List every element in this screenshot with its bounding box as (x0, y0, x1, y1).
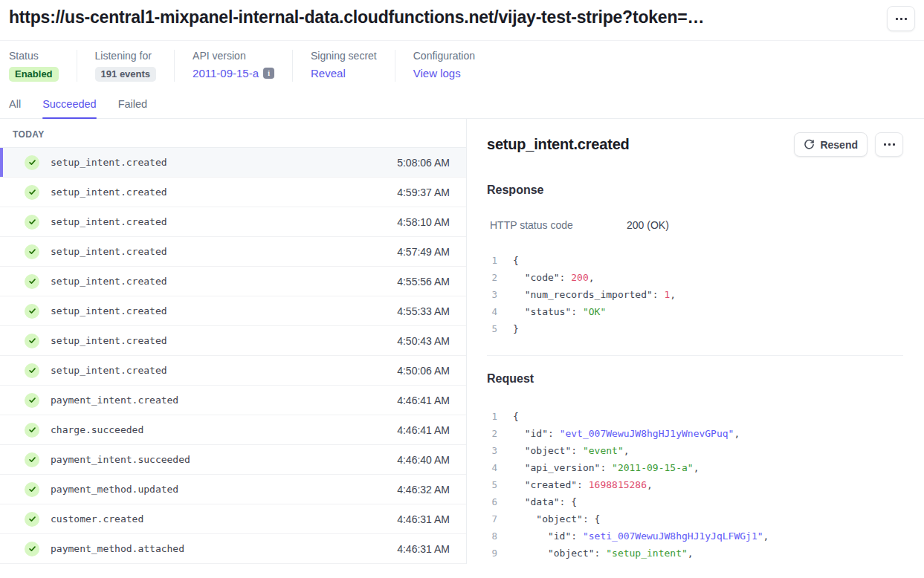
code-text: "id": "seti_007WewuJW8hgHJ1yJqLFWGj1", (513, 530, 769, 542)
code-line: 9 "object": "setup_intent", (487, 545, 903, 562)
code-line: 1{ (487, 408, 903, 425)
list-group-header: TODAY (0, 119, 466, 148)
event-list-row[interactable]: charge.succeeded4:46:41 AM (0, 415, 466, 445)
code-line: 2 "code": 200, (487, 269, 903, 286)
stat-api-version: API version 2011-09-15-a i (193, 50, 293, 82)
page-header: https://us-central1-mixpanel-internal-da… (0, 0, 924, 41)
code-line: 4 "api_version": "2011-09-15-a", (487, 459, 903, 476)
event-time: 4:46:41 AM (397, 394, 450, 406)
tab-succeeded[interactable]: Succeeded (42, 98, 97, 118)
code-line: 4 "status": "OK" (487, 303, 903, 320)
info-icon: i (263, 68, 274, 79)
event-name: setup_intent.created (51, 186, 167, 198)
code-text: "api_version": "2011-09-15-a", (513, 462, 699, 473)
code-text: "object": "setup_intent", (513, 548, 694, 559)
event-list-row[interactable]: setup_intent.created4:50:06 AM (0, 356, 466, 386)
code-text: "code": 200, (513, 272, 595, 283)
code-line: 1{ (487, 252, 903, 269)
code-line: 3 "object": "event", (487, 442, 903, 459)
event-list-row[interactable]: payment_method.attached4:46:31 AM (0, 534, 466, 564)
detail-header: setup_intent.created Resend (487, 119, 903, 157)
resend-button[interactable]: Resend (794, 132, 868, 157)
event-name: setup_intent.created (51, 157, 167, 168)
detail-more-button[interactable] (875, 132, 903, 157)
code-text: "object": { (513, 513, 600, 525)
event-name: customer.created (51, 513, 143, 525)
event-list-row[interactable]: payment_method.updated4:46:32 AM (0, 475, 466, 504)
section-divider (487, 355, 903, 356)
event-name: setup_intent.created (51, 216, 167, 227)
line-number: 4 (487, 462, 497, 473)
response-section-heading: Response (487, 184, 903, 197)
event-list-row[interactable]: setup_intent.created4:50:43 AM (0, 326, 466, 356)
http-status-label: HTTP status code (490, 219, 627, 231)
event-name: payment_method.updated (51, 484, 178, 495)
event-time: 4:46:32 AM (397, 484, 450, 496)
code-line: 7 "object": { (487, 510, 903, 527)
reveal-secret-link[interactable]: Reveal (311, 67, 346, 79)
success-check-icon (25, 512, 39, 527)
success-check-icon (25, 215, 39, 230)
header-more-button[interactable] (887, 6, 915, 31)
event-time: 4:50:06 AM (397, 365, 450, 377)
event-detail-title: setup_intent.created (487, 136, 630, 153)
api-version-link[interactable]: 2011-09-15-a (193, 67, 259, 79)
event-time: 4:50:43 AM (397, 335, 450, 347)
event-list-row[interactable]: setup_intent.created4:55:56 AM (0, 267, 466, 296)
success-check-icon (25, 304, 39, 319)
event-list-row[interactable]: setup_intent.created4:55:33 AM (0, 296, 466, 326)
event-name: payment_intent.created (51, 394, 178, 406)
stat-status: Status Enabled (9, 50, 77, 82)
line-number: 5 (487, 479, 497, 490)
code-text: { (513, 411, 519, 422)
ellipsis-icon (896, 18, 907, 20)
event-time: 4:46:41 AM (397, 424, 450, 436)
event-name: setup_intent.created (51, 365, 167, 376)
line-number: 1 (487, 255, 497, 266)
code-text: "data": { (513, 496, 577, 507)
success-check-icon (25, 393, 39, 408)
event-list-row[interactable]: setup_intent.created4:57:49 AM (0, 237, 466, 267)
tab-all[interactable]: All (9, 98, 21, 118)
line-number: 4 (487, 306, 497, 317)
code-text: "object": "event", (513, 445, 630, 456)
event-list-row[interactable]: customer.created4:46:31 AM (0, 504, 466, 534)
code-line: 2 "id": "evt_007WewuJW8hgHJ1yWnevGPuq", (487, 425, 903, 442)
event-time: 4:55:33 AM (397, 305, 450, 317)
event-list-row[interactable]: payment_intent.created4:46:41 AM (0, 386, 466, 415)
resend-refresh-icon (804, 139, 815, 150)
ellipsis-icon (884, 143, 895, 146)
success-check-icon (25, 274, 39, 289)
success-check-icon (25, 334, 39, 348)
success-check-icon (25, 452, 39, 467)
view-logs-link[interactable]: View logs (413, 67, 461, 79)
line-number: 2 (487, 428, 497, 439)
endpoint-url-title: https://us-central1-mixpanel-internal-da… (9, 6, 704, 27)
event-list-row[interactable]: setup_intent.created5:08:06 AM (0, 148, 466, 178)
stat-status-label: Status (9, 50, 59, 62)
code-line: 5 "created": 1698815286, (487, 476, 903, 493)
event-filter-tabs: All Succeeded Failed (0, 82, 924, 119)
stat-api-version-label: API version (193, 50, 274, 62)
event-list-row[interactable]: setup_intent.created4:58:10 AM (0, 207, 466, 237)
event-time: 4:59:37 AM (397, 186, 450, 198)
event-time: 4:55:56 AM (397, 276, 450, 288)
tab-failed[interactable]: Failed (118, 98, 148, 118)
request-section-heading: Request (487, 372, 903, 386)
stat-signing-secret-label: Signing secret (311, 50, 377, 62)
line-number: 6 (487, 496, 497, 507)
event-rows: setup_intent.created5:08:06 AMsetup_inte… (0, 148, 466, 564)
events-count-badge: 191 events (95, 67, 157, 82)
event-time: 5:08:06 AM (397, 157, 450, 169)
event-list-row[interactable]: setup_intent.created4:59:37 AM (0, 178, 466, 207)
event-detail-panel: setup_intent.created Resend Response HTT… (467, 119, 924, 564)
event-list-row[interactable]: payment_intent.succeeded4:46:40 AM (0, 445, 466, 475)
success-check-icon (25, 185, 39, 200)
line-number: 8 (487, 530, 497, 542)
line-number: 3 (487, 445, 497, 456)
success-check-icon (25, 542, 39, 556)
stat-configuration-label: Configuration (413, 50, 475, 62)
line-number: 7 (487, 513, 497, 525)
code-text: "num_records_imported": 1, (513, 289, 676, 300)
line-number: 3 (487, 289, 497, 300)
